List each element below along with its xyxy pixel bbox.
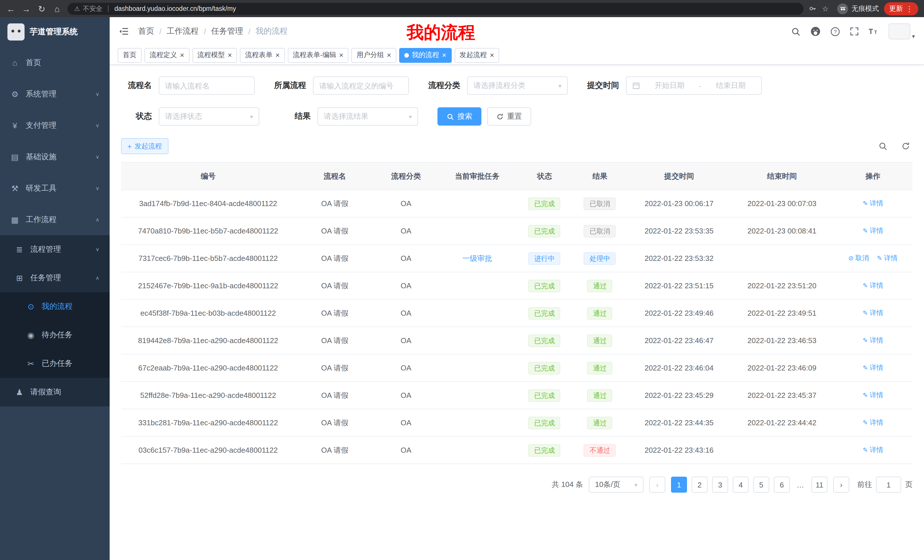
detail-link[interactable]: ✎详情 [862,335,883,345]
detail-link[interactable]: ✎详情 [862,199,883,208]
detail-link[interactable]: ✎详情 [862,363,883,373]
column-header-category: 流程分类 [374,162,438,190]
page-size-select[interactable]: 10条/页 ▾ [589,477,644,493]
key-icon[interactable] [809,4,817,13]
close-icon[interactable]: × [275,51,279,59]
close-icon[interactable]: × [339,51,344,59]
tab-process-model[interactable]: 流程模型× [192,48,237,63]
pager-page-5[interactable]: 5 [753,477,769,493]
forward-button[interactable]: → [21,4,32,13]
bookmark-star-icon[interactable]: ☆ [822,4,829,13]
close-icon[interactable]: × [228,51,232,59]
sidebar-toggle-icon[interactable] [119,26,129,36]
pager-page-4[interactable]: 4 [733,477,748,493]
tab-process-form-edit[interactable]: 流程表单-编辑× [288,48,349,63]
result-select[interactable]: 请选择流结果 ▾ [318,107,418,126]
result-badge: 处理中 [584,252,616,265]
toggle-search-icon[interactable] [876,139,890,153]
font-size-icon[interactable]: TT [868,27,879,36]
tab-start-process[interactable]: 发起流程× [454,48,499,63]
home-button[interactable]: ⌂ [52,4,62,13]
cell-id: 819442e8-7b9a-11ec-a290-acde48001122 [121,327,295,354]
sidebar-item-done-tasks[interactable]: ✂已办任务 [0,349,110,378]
sidebar-header[interactable]: 芋道管理系统 [0,17,110,47]
cell-actions: ✎详情 [834,217,913,245]
tab-user-group[interactable]: 用户分组× [351,48,396,63]
cancel-link[interactable]: ⊘取消 [848,253,869,263]
detail-link[interactable]: ✎详情 [877,253,897,263]
process-category-select[interactable]: 请选择流程分类 ▾ [467,76,568,95]
sidebar-item-label: 研发工具 [26,183,57,193]
detail-link[interactable]: ✎详情 [862,418,883,428]
close-icon[interactable]: × [490,51,494,59]
menu-kebab-icon[interactable]: ⋮ [906,4,913,13]
sidebar-item-devtools[interactable]: ⚒研发工具∨ [0,172,110,204]
close-icon[interactable]: × [442,51,446,59]
update-button[interactable]: 更新 ⋮ [884,2,918,15]
sidebar-item-my-process[interactable]: ⊙我的流程 [0,292,110,321]
tab-process-form[interactable]: 流程表单× [240,48,285,63]
sidebar-item-task-management[interactable]: ⊞任务管理∧ [0,264,110,292]
user-menu[interactable]: ▾ [889,23,915,39]
pager-more-icon[interactable]: … [794,481,807,489]
sidebar-item-payment[interactable]: ¥支付管理∨ [0,109,110,141]
incognito-label: 无痕模式 [852,4,879,13]
chevron-up-icon: ∧ [96,217,99,222]
fullscreen-icon[interactable] [850,27,859,36]
tab-my-process[interactable]: 我的流程× [399,48,452,63]
sidebar-item-infrastructure[interactable]: ▤基础设施∨ [0,141,110,172]
detail-link[interactable]: ✎详情 [862,391,883,400]
cell-id: 2152467e-7b9b-11ec-9a1b-acde48001122 [121,272,295,299]
process-definition-input[interactable] [313,76,409,95]
sidebar-item-home[interactable]: ⌂首页 [0,47,110,78]
cell-id: 52ffd28e-7b9a-11ec-a290-acde48001122 [121,382,295,409]
search-button[interactable]: 搜索 [438,107,482,126]
back-button[interactable]: ← [6,4,16,13]
pager-page-2[interactable]: 2 [692,477,708,493]
close-icon[interactable]: × [387,51,391,59]
sidebar-item-todo-tasks[interactable]: ◉待办任务 [0,321,110,349]
breadcrumb-item[interactable]: 首页 [138,26,154,36]
pager-page-6[interactable]: 6 [774,477,790,493]
monitor-icon: ▤ [10,152,20,161]
detail-link[interactable]: ✎详情 [862,281,883,290]
next-page-button[interactable]: › [833,477,849,493]
jump-label-prefix: 前往 [857,479,872,490]
warning-icon: ⚠ [74,5,80,12]
table-row: 7317cec6-7b9b-11ec-b5b7-acde48001122OA 请… [121,245,913,272]
process-name-input[interactable] [159,76,255,95]
tab-label: 发起流程 [459,50,487,60]
breadcrumb-item[interactable]: 任务管理 [211,26,243,36]
github-icon[interactable] [810,26,820,36]
search-icon[interactable] [791,27,801,36]
reset-button[interactable]: 重置 [487,107,531,126]
breadcrumb-item[interactable]: 工作流程 [167,26,199,36]
sidebar-item-system[interactable]: ⚙系统管理∨ [0,78,110,109]
pager-page-11[interactable]: 11 [812,477,828,493]
chevron-down-icon: ▾ [912,33,915,39]
sidebar-item-process-management[interactable]: ≣流程管理∨ [0,235,110,264]
close-icon[interactable]: × [180,51,184,59]
cell-submit-time: 2022-01-22 23:44:35 [628,409,730,436]
reload-button[interactable]: ↻ [36,4,47,13]
help-icon[interactable]: ? [830,27,840,36]
start-process-button[interactable]: + 发起流程 [121,138,168,154]
pager-page-3[interactable]: 3 [712,477,728,493]
detail-link[interactable]: ✎详情 [862,445,883,455]
detail-link[interactable]: ✎详情 [862,308,883,318]
address-bar[interactable]: ⚠ 不安全 dashboard.yudao.iocoder.cn/bpm/tas… [68,3,804,15]
pagination: 共 104 条 10条/页 ▾ ‹ 123456…11 › 前往 页 [121,477,913,493]
sidebar-item-workflow[interactable]: ▦工作流程∧ [0,204,110,235]
status-select[interactable]: 请选择状态 ▾ [159,107,259,126]
tab-process-definition[interactable]: 流程定义× [144,48,189,63]
submit-time-range-picker[interactable]: 开始日期 - 结束日期 [626,76,762,95]
tab-home[interactable]: 首页 [118,48,142,63]
search-icon [447,113,454,120]
sidebar-item-leave-query[interactable]: ♟请假查询 [0,378,110,406]
refresh-table-icon[interactable] [899,139,913,153]
prev-page-button[interactable]: ‹ [650,477,665,493]
jump-page-input[interactable] [876,477,901,493]
detail-link[interactable]: ✎详情 [862,226,883,236]
current-task-link[interactable]: 一级审批 [462,254,492,262]
pager-page-1[interactable]: 1 [671,477,687,493]
